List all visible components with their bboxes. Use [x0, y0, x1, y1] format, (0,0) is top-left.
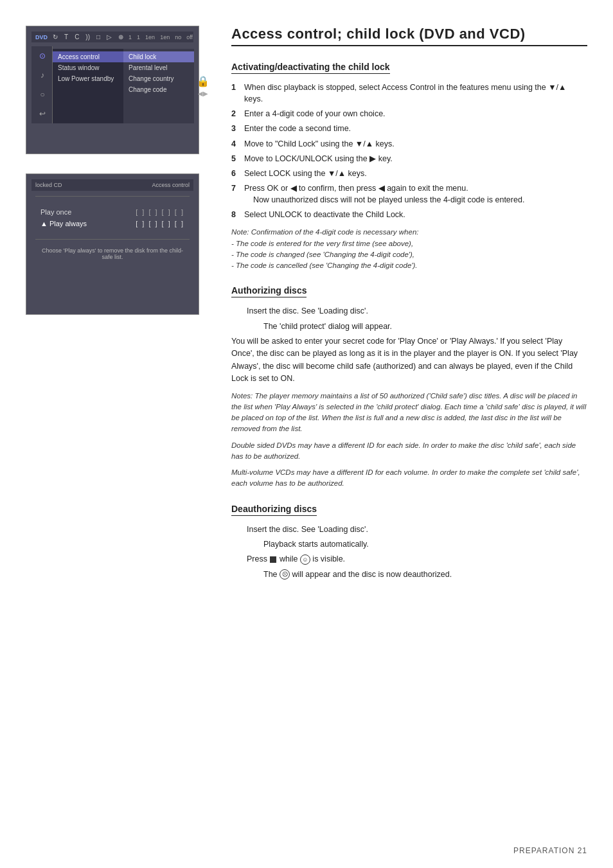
auth-intro2: The 'child protect' dialog will appear. [231, 321, 587, 333]
icon-audio: )) [85, 33, 90, 40]
dvd-values: 1 1 1en 1en no off [129, 34, 193, 40]
left-column: DVD ↻ T C )) □ ▷ ⊕ 1 1 1en 1en no off [0, 19, 218, 849]
deauth-step1: Insert the disc. See 'Loading disc'. [231, 524, 587, 536]
deauth-step3: Press while ☺ is visible. [231, 553, 587, 565]
auth-notes: Notes: The player memory maintains a lis… [231, 391, 587, 435]
side-icon-back: ↩ [35, 107, 49, 121]
ui2-options: Play once [ ] [ ] [ ] [ ] ▲ Play always … [31, 202, 193, 234]
note-header: Note: Confirmation of the 4-digit code i… [231, 227, 587, 271]
icon-repeat: ↻ [53, 33, 58, 40]
ui2-play-once-row: Play once [ ] [ ] [ ] [ ] [40, 208, 184, 216]
sad-icon: ☹ [280, 569, 290, 580]
auth-note3: Multi-volume VCDs may have a different I… [231, 467, 587, 490]
menu-item-parental-level[interactable]: Parental level [123, 62, 194, 73]
menu-item-access-control[interactable]: Access control [53, 51, 123, 62]
icon-zoom: ⊕ [118, 33, 123, 40]
icon-chapter: C [75, 33, 79, 40]
section-deauthorizing: Deauthorizing discs Insert the disc. See… [231, 504, 587, 581]
icon-title: T [64, 33, 68, 40]
ui2-play-always-row: ▲ Play always [ ] [ ] [ ] [ ] [40, 220, 184, 227]
ui2-header-left: locked CD [35, 182, 62, 188]
deauth-step4: The ☹ will appear and the disc is now de… [231, 569, 587, 581]
section-authorizing: Authorizing discs Insert the disc. See '… [231, 285, 587, 489]
right-column: Access control; child lock (DVD and VCD)… [218, 19, 613, 849]
dvd-label: DVD [35, 34, 48, 40]
section-deauthorizing-heading: Deauthorizing discs [231, 504, 317, 516]
lock-icon: 🔒 [197, 75, 209, 87]
ui2-play-always-code: [ ] [ ] [ ] [ ] [136, 220, 184, 227]
menu-right: Child lock Parental level Change country… [123, 49, 194, 123]
menu-item-child-lock[interactable]: Child lock [123, 51, 194, 62]
step-2: 2 Enter a 4-digit code of your own choic… [231, 108, 587, 120]
player-outer: ⊙ ♪ ○ ↩ Access control Status window Low… [31, 46, 193, 123]
menu-item-change-code[interactable]: Change code [123, 84, 194, 95]
auth-body1: You will be asked to enter your secret c… [231, 335, 587, 385]
ui2-play-once-code: [ ] [ ] [ ] [ ] [136, 208, 184, 216]
menu-item-change-country[interactable]: Change country [123, 73, 194, 84]
icon-video: □ [96, 33, 100, 40]
dvd-top-bar: DVD ↻ T C )) □ ▷ ⊕ 1 1 1en 1en no off [31, 31, 193, 42]
step-1: 1 When disc playback is stopped, select … [231, 82, 587, 105]
menu-left: Access control Status window Low Power s… [53, 49, 123, 123]
dvd-player-ui-1: DVD ↻ T C )) □ ▷ ⊕ 1 1 1en 1en no off [26, 26, 199, 154]
auth-note2: Double sided DVDs may have a different I… [231, 440, 587, 463]
step-5: 5 Move to LOCK/UNLOCK using the ▶ key. [231, 153, 587, 164]
ui2-divider [35, 239, 190, 240]
step-6: 6 Select LOCK using the ▼/▲ keys. [231, 168, 587, 179]
section-authorizing-heading: Authorizing discs [231, 285, 306, 297]
dvd-icons: ↻ T C )) □ ▷ ⊕ [53, 33, 123, 40]
side-icon-music: ♪ [35, 68, 49, 82]
menu-area: Access control Status window Low Power s… [53, 49, 212, 123]
deauth-step2: Playback starts automatically. [231, 538, 587, 551]
ui2-header: locked CD Access control [31, 179, 193, 191]
ui2-header-right: Access control [152, 182, 190, 188]
side-icons: ⊙ ♪ ○ ↩ [31, 46, 53, 123]
ui2-play-always-label: ▲ Play always [40, 220, 87, 227]
steps-list: 1 When disc playback is stopped, select … [231, 82, 587, 220]
menu-icons-right: 🔒 ◀▶ [194, 49, 212, 123]
section-activating: Activating/deactivating the child lock 1… [231, 62, 587, 271]
ui2-footer-text: Choose 'Play always' to remove the disk … [42, 247, 183, 260]
smiley-icon: ☺ [300, 554, 310, 565]
side-icon-disc: ⊙ [35, 49, 49, 63]
step-8: 8 Select UNLOCK to deactivate the Child … [231, 209, 587, 220]
ui2-play-once-label: Play once [40, 208, 71, 216]
icon-play: ▷ [107, 33, 112, 40]
step-3: 3 Enter the code a second time. [231, 123, 587, 134]
arrows-icon: ◀▶ [198, 90, 208, 97]
auth-intro1: Insert the disc. See 'Loading disc'. [231, 305, 587, 317]
menu-item-low-power[interactable]: Low Power standby [53, 73, 123, 84]
ui2-footer: Choose 'Play always' to remove the disk … [31, 245, 193, 263]
step-7: 7 Press OK or ◀ to confirm, then press ◀… [231, 182, 587, 206]
page-title: Access control; child lock (DVD and VCD) [231, 26, 587, 46]
page: DVD ↻ T C )) □ ▷ ⊕ 1 1 1en 1en no off [0, 0, 613, 868]
stop-icon [270, 556, 276, 563]
page-footer: PREPARATION 21 [513, 846, 587, 855]
section-activating-heading: Activating/deactivating the child lock [231, 62, 390, 74]
side-icon-circle: ○ [35, 87, 49, 102]
menu-item-status-window[interactable]: Status window [53, 62, 123, 73]
step-4: 4 Move to "Child Lock" using the ▼/▲ key… [231, 138, 587, 150]
dvd-player-ui-2: locked CD Access control Play once [ ] [… [26, 173, 199, 315]
